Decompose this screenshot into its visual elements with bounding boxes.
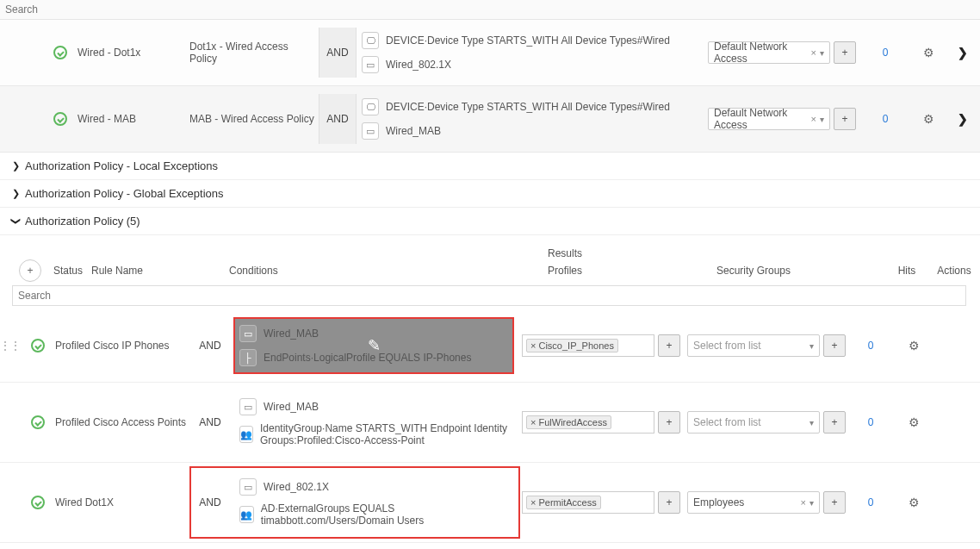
section-title: Authorization Policy - Global Exceptions: [25, 187, 224, 200]
add-button[interactable]: +: [834, 108, 856, 130]
chevron-right-icon: ❯: [12, 160, 20, 172]
gear-icon[interactable]: [911, 112, 946, 126]
condition-text: AD·ExternalGroups EQUALS timabbott.com/U…: [261, 502, 508, 527]
conditions[interactable]: 🖵DEVICE·Device Type STARTS_WITH All Devi…: [357, 25, 704, 80]
auth-search-input[interactable]: [12, 285, 966, 306]
add-secgroup-button[interactable]: +: [823, 334, 846, 357]
status-icon: [21, 496, 55, 509]
group-icon: 👥: [239, 506, 254, 523]
network-access-select[interactable]: Default Network Access×▾: [708, 108, 830, 130]
condition-text: DEVICE·Device Type STARTS_WITH All Devic…: [386, 34, 670, 47]
gear-icon[interactable]: [892, 339, 935, 352]
box-icon: ▭: [239, 478, 257, 496]
logic-operator: AND: [191, 315, 229, 377]
add-profile-button[interactable]: +: [658, 334, 680, 357]
box-icon: ▭: [362, 122, 379, 140]
conditions[interactable]: 🖵DEVICE·Device Type STARTS_WITH All Devi…: [357, 91, 704, 147]
condition-text: Wired_MAB: [264, 328, 319, 340]
box-icon: ▭: [239, 398, 257, 415]
hits-count[interactable]: 0: [849, 496, 892, 508]
condition-text: DEVICE·Device Type STARTS_WITH All Devic…: [386, 101, 670, 113]
section-global-exceptions[interactable]: ❯ Authorization Policy - Global Exceptio…: [0, 180, 980, 208]
policy-row: Wired - MAB MAB - Wired Access Policy AN…: [0, 86, 980, 153]
col-security-groups: Security Groups: [716, 265, 791, 277]
logic-operator: AND: [191, 468, 229, 537]
section-title: Authorization Policy - Local Exceptions: [25, 159, 218, 172]
condition-text: Wired_MAB: [386, 125, 441, 137]
status-icon: [43, 112, 78, 126]
add-rule-button[interactable]: +: [19, 259, 41, 282]
rule-desc: Dot1x - Wired Access Policy: [189, 41, 319, 65]
section-local-exceptions[interactable]: ❯ Authorization Policy - Local Exception…: [0, 153, 980, 180]
expand-icon[interactable]: [946, 46, 980, 59]
add-secgroup-button[interactable]: +: [823, 491, 846, 514]
auth-rule-row: Profiled Cisco Access Points AND ▭Wired_…: [0, 383, 980, 463]
expand-icon[interactable]: [946, 112, 980, 126]
monitor-icon: 🖵: [362, 98, 379, 115]
status-icon: [21, 339, 55, 352]
condition-text: EndPoints·LogicalProfile EQUALS IP-Phone…: [264, 352, 471, 364]
chevron-down-icon: ❯: [10, 217, 22, 225]
col-hits: Hits: [885, 265, 928, 277]
gear-icon[interactable]: [892, 415, 935, 429]
monitor-icon: 🖵: [362, 32, 379, 49]
auth-rule-row: Wired Dot1X AND ▭Wired_802.1X👥AD·Externa…: [0, 463, 980, 543]
add-button[interactable]: +: [834, 41, 856, 64]
conditions[interactable]: ▭Wired_802.1X👥AD·ExternalGroups EQUALS t…: [229, 468, 518, 537]
condition-text: Wired_802.1X: [264, 481, 329, 493]
logic-operator: AND: [191, 388, 229, 457]
box-icon: ▭: [239, 325, 257, 342]
hits-count[interactable]: 0: [859, 47, 911, 59]
search-input[interactable]: [0, 0, 980, 20]
profile-select[interactable]: × FulWiredAccess: [522, 411, 654, 434]
col-rule-name: Rule Name: [91, 265, 229, 277]
profile-tag: × Cisco_IP_Phones: [526, 339, 618, 352]
chevron-right-icon: ❯: [12, 188, 20, 199]
conditions[interactable]: ▭Wired_MAB👥IdentityGroup·Name STARTS_WIT…: [229, 388, 518, 457]
policy-row: Wired - Dot1x Dot1x - Wired Access Polic…: [0, 20, 980, 86]
rule-name: Wired - Dot1x: [78, 47, 189, 59]
rule-name: Profiled Cisco IP Phones: [55, 340, 191, 352]
network-access-select[interactable]: Default Network Access×▾: [708, 41, 830, 64]
add-profile-button[interactable]: +: [658, 491, 680, 514]
auth-rule-row: Wired CWA ▭Wired_MAB × Wired CWA + Selec…: [0, 543, 980, 549]
col-results: Results: [548, 247, 716, 265]
table-header: Status Rule Name Conditions Results Prof…: [48, 244, 980, 282]
hits-count[interactable]: 0: [849, 416, 892, 428]
tree-icon: ├: [239, 349, 257, 366]
security-group-select[interactable]: Select from list▾: [687, 334, 820, 357]
drag-handle-icon[interactable]: ⋮⋮: [0, 340, 21, 352]
conditions[interactable]: ▭Wired_MAB├EndPoints·LogicalProfile EQUA…: [229, 315, 518, 377]
status-icon: [43, 46, 78, 59]
condition-text: IdentityGroup·Name STARTS_WITH Endpoint …: [260, 422, 508, 446]
profile-tag: × PermitAccess: [526, 496, 601, 509]
rule-name: Profiled Cisco Access Points: [55, 416, 191, 428]
security-group-select[interactable]: Employees×▾: [687, 491, 820, 514]
logic-operator: AND: [319, 94, 357, 144]
add-secgroup-button[interactable]: +: [823, 411, 846, 434]
col-status: Status: [48, 265, 91, 277]
gear-icon[interactable]: [892, 496, 935, 509]
section-auth-policy[interactable]: ❯ Authorization Policy (5): [0, 208, 980, 235]
group-icon: 👥: [239, 426, 253, 443]
section-title: Authorization Policy (5): [25, 215, 140, 228]
gear-icon[interactable]: [911, 46, 946, 59]
rule-name: Wired - MAB: [78, 113, 189, 125]
col-conditions: Conditions: [229, 265, 548, 277]
auth-rule-row: ⋮⋮ Profiled Cisco IP Phones AND ▭Wired_M…: [0, 309, 980, 383]
profile-select[interactable]: × PermitAccess: [522, 491, 654, 514]
condition-text: Wired_MAB: [264, 401, 319, 413]
col-profiles: Profiles: [548, 265, 716, 277]
security-group-select[interactable]: Select from list▾: [687, 411, 820, 434]
condition-text: Wired_802.1X: [386, 59, 451, 71]
status-icon: [21, 415, 55, 429]
logic-operator: AND: [319, 28, 357, 78]
hits-count[interactable]: 0: [859, 113, 911, 125]
rule-name: Wired Dot1X: [55, 496, 191, 508]
add-profile-button[interactable]: +: [658, 411, 680, 434]
profile-select[interactable]: × Cisco_IP_Phones: [522, 334, 654, 357]
rule-desc: MAB - Wired Access Policy: [189, 113, 319, 125]
hits-count[interactable]: 0: [849, 340, 892, 352]
col-actions: Actions: [928, 265, 980, 277]
profile-tag: × FulWiredAccess: [526, 415, 611, 429]
